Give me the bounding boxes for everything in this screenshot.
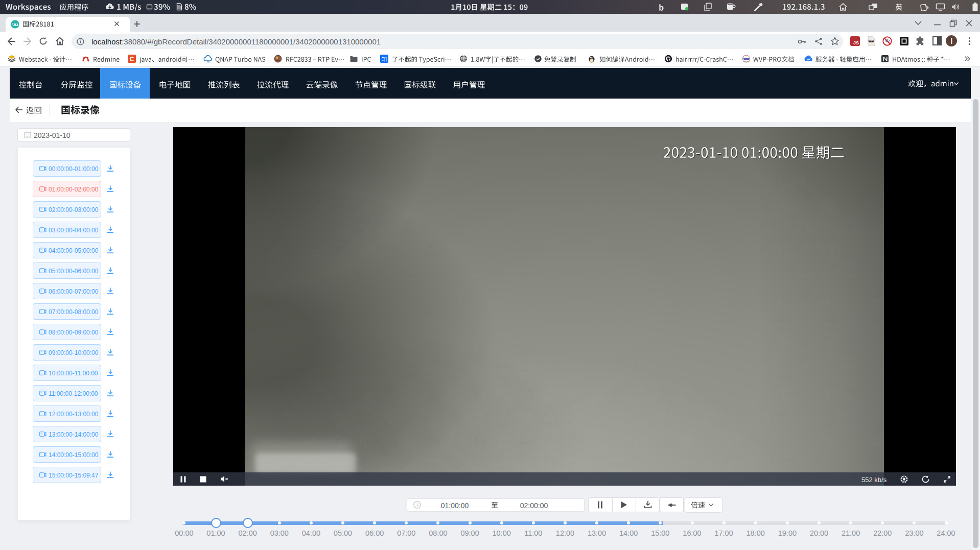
svg-text:WVP-PRO: WVP-PRO [743, 61, 749, 63]
svg-text:C: C [130, 56, 134, 63]
